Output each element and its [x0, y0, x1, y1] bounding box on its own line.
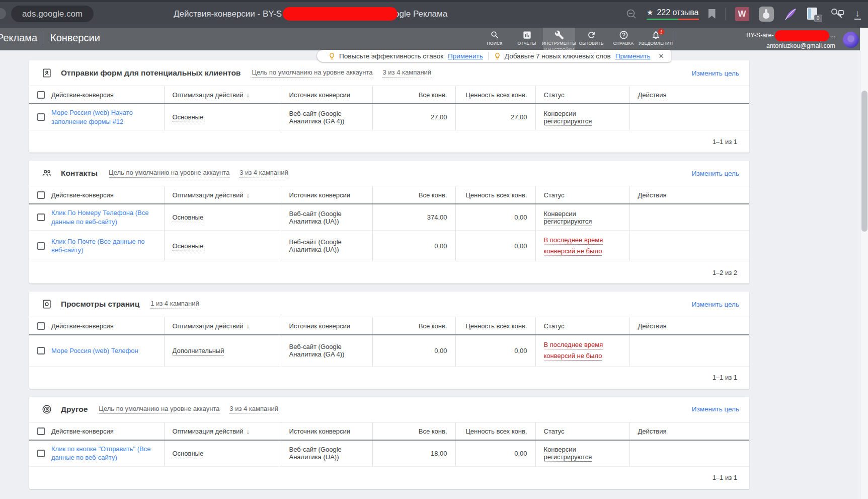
pagination-label: 1–1 из 1: [713, 474, 737, 481]
column-header: Ценность всех конв.: [455, 422, 535, 440]
default-goal-link[interactable]: Цель по умолчанию на уровне аккаунта: [99, 405, 219, 414]
extension-rating[interactable]: ★ 222 отзыва: [647, 8, 699, 20]
column-header[interactable]: Оптимизация действий↓: [164, 186, 281, 204]
row-checkbox[interactable]: [37, 242, 45, 250]
column-header: Ценность всех конв.: [455, 186, 535, 204]
scrollbar[interactable]: [860, 28, 868, 499]
campaigns-link[interactable]: 3 из 4 кампаний: [229, 405, 278, 414]
column-header[interactable]: Оптимизация действий↓: [164, 422, 281, 440]
key-extension-icon[interactable]: [830, 7, 845, 22]
conversion-action-link[interactable]: Море Россия (web) Начато заполнение форм…: [51, 108, 156, 126]
apply-link[interactable]: Применить: [615, 52, 651, 60]
conversion-action-link[interactable]: Море Россия (web) Телефон: [51, 346, 138, 355]
section-title: Контакты: [61, 169, 98, 178]
help-icon: [619, 30, 628, 40]
column-header: Источник конверсии: [281, 186, 372, 204]
extension-w-icon[interactable]: W: [735, 7, 749, 21]
toast-item-bids: Повысьте эффективность ставок Применить: [323, 52, 488, 60]
nav-notifications[interactable]: УВЕДОМЛЕНИЯ !: [640, 28, 672, 50]
main-content: Отправки форм для потенциальных клиентов…: [0, 50, 868, 499]
column-header[interactable]: Оптимизация действий↓: [164, 317, 281, 335]
select-all-checkbox[interactable]: [37, 91, 45, 99]
campaigns-link[interactable]: 3 из 4 кампаний: [382, 68, 431, 78]
default-goal-link[interactable]: Цель по умолчанию на уровне аккаунта: [252, 68, 372, 78]
nav-search[interactable]: ПОИСК: [479, 28, 511, 50]
scrollbar-thumb[interactable]: [861, 91, 867, 232]
row-checkbox[interactable]: [37, 213, 45, 221]
window-counter-icon[interactable]: 0: [807, 8, 820, 21]
edit-goal-link[interactable]: Изменить цель: [692, 69, 739, 77]
edit-goal-link[interactable]: Изменить цель: [692, 170, 739, 177]
select-all-checkbox[interactable]: [37, 191, 45, 199]
refresh-icon: [587, 30, 596, 40]
status-badge[interactable]: В последнее время конверсий не было: [544, 341, 603, 361]
address-bar[interactable]: ads.google.com: [11, 6, 94, 22]
account-redaction: [775, 30, 829, 41]
default-goal-link[interactable]: Цель по умолчанию на уровне аккаунта: [109, 169, 229, 178]
status-cell: Конверсии регистрируются: [535, 104, 629, 130]
conversions-value-cell: 0,00: [455, 335, 535, 366]
optimization-value[interactable]: Основные: [173, 242, 204, 251]
conversion-action-link[interactable]: Клик По Номеру Телефона (Все данные по в…: [51, 208, 156, 226]
feather-extension-icon[interactable]: [783, 7, 798, 21]
select-all-checkbox[interactable]: [37, 427, 45, 435]
title-redaction: [283, 7, 398, 21]
optimization-value[interactable]: Основные: [173, 113, 204, 122]
conversion-action-link[interactable]: Клик По Почте (Все данные по веб-сайту): [51, 237, 156, 255]
account-name: BY-S-are-...: [746, 30, 835, 41]
optimization-value[interactable]: Основные: [173, 450, 204, 458]
account-info[interactable]: BY-S-are-... antonluzkou@gmail.com: [746, 30, 835, 50]
pagination-label: 1–1 из 1: [713, 374, 737, 381]
sort-descending-icon: ↓: [247, 322, 250, 330]
optimization-value[interactable]: Основные: [173, 213, 204, 222]
column-header: Все конв.: [372, 422, 455, 440]
nav-refresh[interactable]: ОБНОВИТЬ: [575, 28, 607, 50]
column-header: Действия: [629, 186, 749, 204]
edit-goal-link[interactable]: Изменить цель: [692, 301, 739, 308]
nav-help[interactable]: СПРАВКА: [607, 28, 640, 50]
actions-cell: [629, 335, 749, 366]
status-badge[interactable]: Конверсии регистрируются: [544, 446, 592, 462]
status-cell: Конверсии регистрируются: [535, 204, 629, 231]
row-checkbox[interactable]: [37, 450, 45, 457]
optimization-value[interactable]: Дополнительный: [173, 347, 224, 355]
nav-reports[interactable]: ОТЧЕТЫ: [511, 28, 543, 50]
row-checkbox[interactable]: [37, 347, 45, 354]
campaigns-link[interactable]: 1 из 4 кампаний: [150, 300, 199, 309]
status-badge[interactable]: Конверсии регистрируются: [544, 110, 592, 126]
brand-divider: [43, 32, 43, 46]
pagination-label: 1–1 из 1: [713, 138, 737, 146]
column-header: Статус: [535, 422, 629, 440]
bookmark-icon[interactable]: [708, 9, 716, 19]
column-header: Источник конверсии: [281, 317, 372, 335]
source-cell: Веб-сайт (Google Аналитика (GA 4)): [281, 335, 372, 366]
apply-link[interactable]: Применить: [448, 52, 483, 60]
top-nav: ПОИСК ОТЧЕТЫ ИНСТРУМЕНТЫ И НАСТРОЙКИ ОБН…: [479, 28, 672, 50]
all-conversions-value: 0,00: [372, 335, 455, 366]
section-title: Отправки форм для потенциальных клиентов: [61, 68, 241, 78]
select-all-checkbox[interactable]: [37, 322, 45, 330]
status-badge[interactable]: Конверсии регистрируются: [544, 210, 592, 226]
column-header: Ценность всех конв.: [455, 86, 535, 104]
row-checkbox[interactable]: [37, 113, 45, 121]
conversion-action-link[interactable]: Клик по кнопке "Отправить" (Все данные п…: [51, 445, 156, 462]
toast-text: Добавьте 7 новых ключевых слов: [505, 52, 611, 60]
edit-goal-link[interactable]: Изменить цель: [692, 405, 739, 413]
status-badge[interactable]: В последнее время конверсий не было: [544, 236, 603, 256]
conversions-value-cell: 0,00: [455, 440, 535, 467]
pointer-extension-icon[interactable]: [759, 7, 774, 22]
column-header: Статус: [535, 317, 629, 335]
rating-count: 222 отзыва: [657, 8, 698, 17]
close-icon[interactable]: ✕: [656, 52, 667, 60]
avatar[interactable]: [843, 32, 859, 48]
zoom-out-icon[interactable]: [626, 9, 637, 20]
column-header[interactable]: Оптимизация действий↓: [164, 86, 281, 104]
actions-cell: [629, 440, 749, 467]
table-row: Клик По Почте (Все данные по веб-сайту) …: [29, 231, 749, 261]
table-row: Клик По Номеру Телефона (Все данные по в…: [29, 204, 749, 231]
campaigns-link[interactable]: 3 из 4 кампаний: [240, 169, 288, 178]
status-cell: Конверсии регистрируются: [535, 440, 629, 467]
source-cell: Веб-сайт (Google Аналитика (GA 4)): [281, 104, 372, 130]
nav-tools[interactable]: ИНСТРУМЕНТЫ И НАСТРОЙКИ: [543, 28, 575, 50]
download-icon[interactable]: ↓: [854, 9, 861, 20]
